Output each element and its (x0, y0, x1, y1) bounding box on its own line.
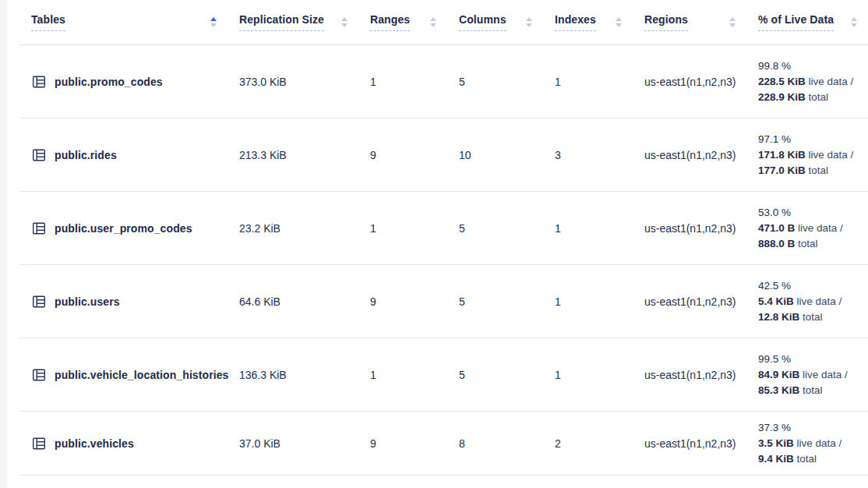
sort-desc-arrow-icon (851, 23, 857, 27)
replication-size-cell: 136.3 KiB (228, 338, 358, 411)
live-data-percent: 37.3 % (758, 420, 791, 436)
sort-asc-arrow-icon (210, 17, 217, 21)
columns-cell: 5 (447, 338, 543, 411)
regions-cell: us-east1(n1,n2,n3) (633, 265, 746, 338)
sort-icon (526, 17, 532, 27)
sort-asc-arrow-icon (526, 17, 532, 21)
table-icon (31, 294, 47, 309)
live-data-size: 471.0 B (758, 222, 795, 234)
live-data-size-line: 5.4 KiB live data / (758, 294, 842, 309)
indexes-cell: 3 (543, 118, 633, 191)
table-icon (31, 221, 47, 236)
ranges-cell: 1 (358, 45, 447, 118)
total-size: 888.0 B (758, 238, 795, 249)
sort-icon (729, 17, 736, 27)
sort-icon (430, 17, 436, 27)
table-name-link[interactable]: public.vehicle_location_histories (55, 367, 228, 383)
column-header-ranges[interactable]: Ranges (358, 0, 447, 44)
column-header-regions[interactable]: Regions (633, 0, 746, 44)
total-size-suffix: total (806, 164, 828, 176)
sort-asc-arrow-icon (341, 17, 348, 21)
table-row: public.user_promo_codes23.2 KiB151us-eas… (19, 192, 868, 265)
sort-desc-arrow-icon (729, 23, 736, 27)
sort-icon (851, 17, 857, 27)
total-size-line: 9.4 KiB total (758, 451, 817, 467)
table-name-link[interactable]: public.rides (55, 147, 117, 163)
total-size-line: 228.9 KiB total (758, 90, 828, 105)
table-row: public.vehicle_location_histories136.3 K… (19, 338, 868, 412)
column-header-indexes[interactable]: Indexes (543, 0, 633, 44)
total-size-suffix: total (806, 91, 828, 103)
replication-size-cell: 213.3 KiB (228, 118, 358, 191)
regions-cell: us-east1(n1,n2,n3) (633, 45, 746, 118)
ranges-cell: 9 (358, 412, 447, 475)
live-data-size-line: 228.5 KiB live data / (758, 74, 853, 90)
indexes-cell: 1 (543, 265, 633, 338)
live-data-size-suffix: live data / (799, 369, 848, 380)
sort-desc-arrow-icon (616, 23, 622, 27)
columns-cell: 8 (447, 412, 543, 475)
indexes-cell: 1 (543, 338, 633, 411)
column-header-label: Tables (31, 13, 65, 31)
live-data-cell: 97.1 %171.8 KiB live data /177.0 KiB tot… (746, 118, 868, 191)
ranges-cell: 9 (358, 118, 447, 191)
table-name-link[interactable]: public.user_promo_codes (55, 221, 192, 236)
live-data-size-line: 3.5 KiB live data / (758, 436, 842, 451)
live-data-size: 228.5 KiB (758, 76, 806, 87)
sort-asc-arrow-icon (851, 17, 857, 21)
live-data-size-line: 471.0 B live data / (758, 221, 843, 236)
table-name-cell: public.vehicles (19, 412, 228, 475)
sort-asc-arrow-icon (729, 17, 736, 21)
table-icon (31, 147, 47, 163)
total-size-line: 12.8 KiB total (758, 309, 823, 325)
live-data-percent: 99.8 % (758, 58, 791, 74)
column-header-label: Regions (644, 13, 688, 31)
columns-cell: 5 (447, 45, 543, 118)
sort-icon (210, 17, 217, 27)
sort-desc-arrow-icon (526, 23, 532, 27)
live-data-size-suffix: live data / (794, 295, 842, 307)
live-data-percent: 99.5 % (758, 352, 791, 367)
columns-cell: 5 (447, 265, 543, 338)
regions-cell: us-east1(n1,n2,n3) (633, 412, 746, 475)
table-name-cell: public.vehicle_location_histories (19, 338, 228, 411)
live-data-size: 5.4 KiB (758, 295, 794, 307)
live-data-size: 84.9 KiB (758, 369, 799, 380)
live-data-percent: 53.0 % (758, 205, 791, 221)
total-size: 9.4 KiB (758, 453, 794, 465)
regions-cell: us-east1(n1,n2,n3) (633, 118, 746, 191)
total-size-suffix: total (794, 453, 817, 465)
column-header-columns[interactable]: Columns (447, 0, 543, 44)
total-size: 177.0 KiB (758, 164, 806, 176)
indexes-cell: 1 (543, 45, 633, 118)
table-body: public.promo_codes373.0 KiB151us-east1(n… (19, 45, 868, 476)
indexes-cell: 1 (543, 192, 633, 264)
table-name-link[interactable]: public.users (55, 294, 120, 309)
column-header-label: Columns (459, 13, 506, 31)
replication-size-cell: 64.6 KiB (228, 265, 358, 338)
column-header-live-data[interactable]: % of Live Data (746, 0, 868, 44)
live-data-size-suffix: live data / (794, 437, 842, 449)
sort-desc-arrow-icon (430, 23, 436, 27)
sort-desc-arrow-icon (210, 23, 217, 27)
table-name-link[interactable]: public.vehicles (55, 436, 134, 451)
live-data-cell: 42.5 %5.4 KiB live data /12.8 KiB total (746, 265, 868, 338)
total-size: 85.3 KiB (758, 384, 799, 396)
total-size-suffix: total (795, 238, 817, 249)
table-name-cell: public.rides (19, 118, 228, 191)
total-size-line: 85.3 KiB total (758, 383, 823, 398)
table-icon (31, 367, 47, 383)
live-data-percent: 42.5 % (758, 278, 791, 294)
regions-cell: us-east1(n1,n2,n3) (633, 338, 746, 411)
table-header-row: TablesReplication SizeRangesColumnsIndex… (19, 0, 868, 45)
indexes-cell: 2 (543, 412, 633, 475)
live-data-cell: 37.3 %3.5 KiB live data /9.4 KiB total (746, 412, 868, 475)
column-header-tables[interactable]: Tables (19, 0, 228, 44)
table-row: public.users64.6 KiB951us-east1(n1,n2,n3… (19, 265, 868, 338)
table-name-cell: public.users (19, 265, 228, 338)
live-data-size-suffix: live data / (795, 222, 843, 234)
column-header-label: Indexes (555, 13, 596, 31)
regions-cell: us-east1(n1,n2,n3) (633, 192, 746, 264)
column-header-replication-size[interactable]: Replication Size (228, 0, 358, 44)
table-name-link[interactable]: public.promo_codes (55, 74, 163, 90)
